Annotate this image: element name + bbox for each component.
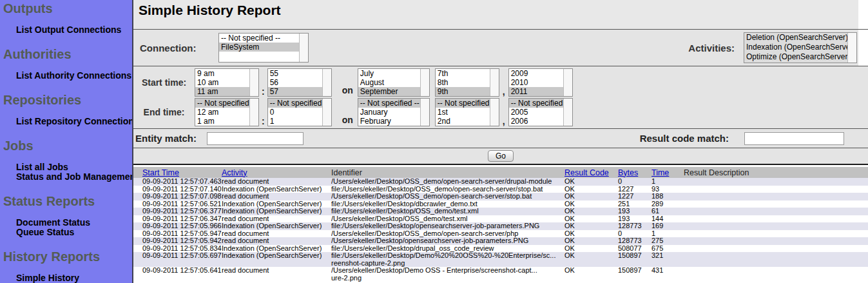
cell-bytes: 1227 [618, 193, 651, 200]
go-row: Go [133, 148, 868, 164]
sort-link[interactable]: Bytes [618, 168, 638, 177]
cell-activity: read document [222, 267, 331, 282]
go-button[interactable]: Go [488, 150, 514, 162]
listbox-option[interactable]: 1 [268, 117, 322, 126]
listbox-option[interactable]: 2nd [436, 117, 490, 126]
cell-time: 169 [651, 222, 684, 230]
activities-label: Activities: [688, 43, 735, 54]
connection-listbox[interactable]: -- Not specified --FileSystem [218, 33, 309, 63]
listbox-option[interactable]: 1 am [195, 117, 249, 126]
listbox-option[interactable]: 2010 [509, 78, 563, 87]
end-day-listbox[interactable]: -- Not specified --1st2nd [435, 98, 499, 126]
start-month-listbox[interactable]: JulyAugustSeptember [358, 68, 430, 97]
scrollbar[interactable] [490, 69, 499, 96]
activities-listbox[interactable]: Deletion (OpenSearchServer)Indexation (O… [744, 32, 857, 63]
scrollbar[interactable] [420, 99, 429, 126]
listbox-option[interactable]: -- Not specified -- [436, 99, 490, 108]
listbox-option[interactable]: 7th [436, 69, 490, 78]
sidebar: OutputsList Output ConnectionsAuthoritie… [0, 0, 132, 283]
listbox-option[interactable]: August [358, 78, 420, 87]
sort-link[interactable]: Result Code [564, 168, 609, 177]
listbox-option[interactable]: 12 am [195, 108, 249, 117]
sidebar-item-queue-status[interactable]: Queue Status [0, 228, 132, 237]
sidebar-item-document-status[interactable]: Document Status [0, 218, 132, 228]
sidebar-item-list-repository-connections[interactable]: List Repository Connections [0, 117, 132, 126]
scrollbar[interactable] [322, 99, 331, 126]
scrollbar[interactable] [490, 99, 499, 126]
listbox-option[interactable]: Optimize (OpenSearchServer) [744, 52, 847, 62]
listbox-option[interactable]: July [358, 69, 420, 78]
listbox-option[interactable]: 11 am [195, 87, 249, 96]
listbox-option[interactable]: Indexation (OpenSearchServer) [744, 43, 847, 52]
scrollbar[interactable] [563, 99, 572, 126]
sidebar-item-list-output-connections[interactable]: List Output Connections [0, 25, 132, 35]
start-minute-listbox[interactable]: 555657 [267, 68, 332, 97]
listbox-option[interactable]: 0 [268, 108, 322, 117]
cell-time: 275 [651, 237, 684, 245]
scrollbar[interactable] [249, 69, 258, 96]
listbox-option[interactable]: -- Not specified -- [358, 99, 420, 108]
listbox-option[interactable]: 9th [436, 87, 490, 96]
entity-match-input[interactable] [207, 132, 304, 145]
scrollbar[interactable] [249, 99, 258, 126]
cell-description [684, 252, 868, 267]
cell-bytes: 0 [618, 230, 651, 238]
sort-link[interactable]: Start Time [142, 168, 179, 177]
scrollbar[interactable] [847, 33, 856, 63]
end-year-listbox[interactable]: -- Not specified --20052006 [508, 98, 573, 126]
listbox-option[interactable]: -- Not specified -- [195, 99, 249, 108]
listbox-option[interactable]: -- Not specified -- [268, 99, 322, 108]
listbox-option[interactable]: 2005 [509, 108, 563, 117]
listbox-option[interactable]: January [358, 108, 420, 117]
cell-activity: read document [222, 178, 331, 186]
listbox-option[interactable] [219, 52, 299, 61]
listbox-option[interactable]: 55 [268, 69, 322, 78]
end-minute-listbox[interactable]: -- Not specified --01 [267, 98, 332, 126]
listbox-option[interactable]: 10 am [195, 78, 249, 87]
sidebar-item-list-authority-connections[interactable]: List Authority Connections [0, 71, 132, 81]
cell-result-code: OK [564, 178, 618, 186]
listbox-option[interactable]: 2011 [509, 87, 563, 96]
colon-separator: : [262, 116, 265, 126]
end-hour-listbox[interactable]: -- Not specified --12 am1 am [195, 98, 259, 126]
listbox-option[interactable]: FileSystem [219, 43, 299, 52]
column-header-bytes[interactable]: Bytes [618, 167, 651, 178]
sidebar-item-simple-history[interactable]: Simple History [0, 273, 132, 283]
start-day-listbox[interactable]: 7th8th9th [435, 68, 499, 97]
sort-link[interactable]: Activity [222, 168, 247, 177]
column-header-start-time[interactable]: Start Time [133, 167, 222, 178]
scrollbar[interactable] [563, 69, 572, 96]
cell-start-time: 09-09-2011 12:57:05.834 [133, 245, 222, 253]
table-row: 09-09-2011 12:57:07.098read document/Use… [133, 193, 868, 200]
scrollbar[interactable] [322, 69, 331, 96]
listbox-option[interactable]: -- Not specified -- [219, 34, 299, 43]
column-header-result-code[interactable]: Result Code [564, 167, 618, 178]
end-month-listbox[interactable]: -- Not specified --JanuaryFebruary [358, 98, 430, 126]
cell-description [684, 186, 868, 193]
column-header-activity[interactable]: Activity [222, 167, 331, 178]
scrollbar[interactable] [299, 34, 308, 62]
start-hour-listbox[interactable]: 9 am10 am11 am [195, 68, 259, 97]
listbox-option[interactable]: September [358, 87, 420, 96]
listbox-option[interactable]: 57 [268, 87, 322, 96]
start-year-listbox[interactable]: 200920102011 [508, 68, 573, 97]
sort-link[interactable]: Time [651, 168, 669, 177]
listbox-option[interactable]: 2009 [509, 69, 563, 78]
table-row: 09-09-2011 12:57:06.377Indexation (OpenS… [133, 208, 868, 215]
scrollbar[interactable] [420, 69, 429, 96]
listbox-option[interactable]: -- Not specified -- [509, 99, 563, 108]
cell-result-code: OK [564, 222, 618, 230]
listbox-option[interactable]: 9 am [195, 69, 249, 78]
cell-bytes: 0 [618, 178, 651, 186]
table-row: 09-09-2011 12:57:05.697Indexation (OpenS… [133, 252, 868, 267]
listbox-option[interactable]: 2006 [509, 117, 563, 126]
listbox-option[interactable]: February [358, 117, 420, 126]
listbox-option[interactable]: 1st [436, 108, 490, 117]
result-code-match-input[interactable] [744, 132, 844, 145]
sidebar-item-status-and-job-management[interactable]: Status and Job Management [0, 172, 132, 182]
listbox-option[interactable]: 8th [436, 78, 490, 87]
listbox-option[interactable]: Deletion (OpenSearchServer) [744, 33, 847, 43]
sidebar-item-list-all-jobs[interactable]: List all Jobs [0, 162, 132, 172]
listbox-option[interactable]: 56 [268, 78, 322, 87]
column-header-time[interactable]: Time [651, 167, 684, 178]
